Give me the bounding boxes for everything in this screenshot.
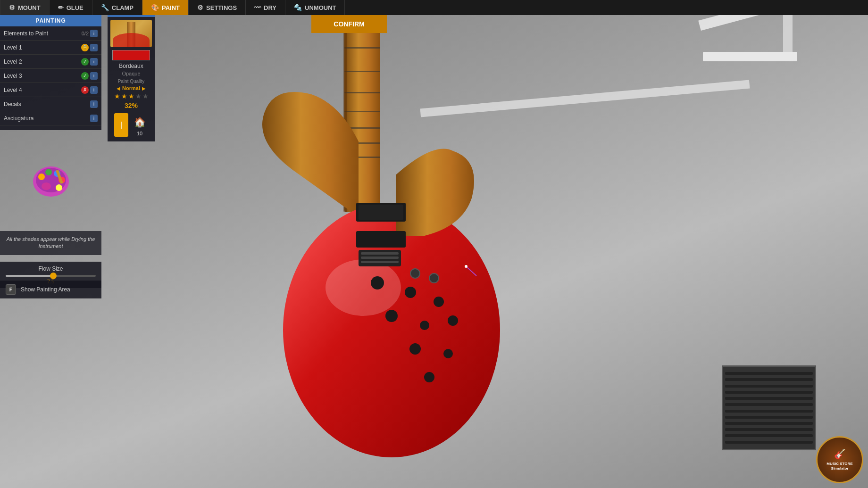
nav-unmount-label: UNMOUNT [305, 4, 336, 11]
level4-status: ✗ [81, 86, 89, 94]
svg-point-33 [38, 174, 45, 180]
level2-row: Level 2 ✓ i [0, 55, 101, 69]
brush-tool[interactable]: | [114, 113, 128, 137]
level1-info-icon[interactable]: i [90, 44, 98, 51]
flow-slider-thumb[interactable] [50, 273, 57, 279]
svg-point-30 [465, 265, 467, 268]
level3-info-icon[interactable]: i [90, 72, 98, 80]
star-4: ★ [135, 92, 142, 100]
level1-status: 🔒 [81, 44, 89, 51]
nav-unmount[interactable]: 🔩 UNMOUNT [285, 0, 345, 15]
color-swatch[interactable] [112, 50, 150, 60]
decals-info-icon[interactable]: i [90, 100, 98, 108]
svg-point-37 [56, 184, 62, 191]
opacity-label: Opaque [108, 71, 155, 76]
svg-rect-13 [361, 256, 399, 259]
spray-icon: 🏠 [131, 114, 148, 131]
svg-point-21 [385, 310, 398, 322]
nav-settings-label: SETTINGS [206, 4, 237, 11]
quality-next[interactable]: ▶ [142, 86, 146, 91]
level4-row: Level 4 ✗ i [0, 83, 101, 97]
star-1: ★ [114, 92, 120, 100]
left-panel: PAINTING Elements to Paint 0/2 i Level 1… [0, 15, 101, 130]
svg-point-19 [405, 287, 416, 298]
show-painting-label: Show Painting Area [21, 286, 70, 293]
level2-label: Level 2 [4, 58, 79, 65]
nav-paint-label: PAINT [162, 4, 180, 11]
palette-area [0, 156, 101, 203]
panel-title: PAINTING [0, 15, 101, 26]
asciugatura-info-icon[interactable]: i [90, 115, 98, 122]
level2-status: ✓ [81, 58, 89, 66]
game-logo: 🎸 MUSIC STORE Simulator [816, 436, 863, 483]
guitar-3d [160, 19, 585, 471]
stars-rating: ★ ★ ★ ★ ★ [108, 92, 155, 100]
level4-info-icon[interactable]: i [90, 86, 98, 94]
flow-size-label: Flow Size [6, 265, 96, 272]
confirm-label: CONFIRM [334, 20, 364, 28]
svg-point-23 [448, 315, 458, 326]
star-2: ★ [121, 92, 127, 100]
nav-mount-label: MOUNT [18, 4, 41, 11]
svg-point-18 [371, 276, 384, 289]
info-box: All the shades appear while Drying the I… [0, 231, 101, 255]
svg-rect-4 [344, 111, 380, 112]
level1-label: Level 1 [4, 44, 79, 51]
elements-to-paint-row: Elements to Paint 0/2 i [0, 26, 101, 41]
vent [722, 365, 816, 450]
svg-rect-12 [361, 252, 399, 255]
star-5: ★ [142, 92, 149, 100]
clamp-icon: 🔧 [101, 4, 109, 11]
svg-point-24 [409, 343, 421, 355]
svg-point-27 [410, 269, 420, 278]
level3-label: Level 3 [4, 73, 79, 79]
nav-paint[interactable]: 🎨 PAINT [142, 0, 189, 15]
level1-row: Level 1 🔒 i [0, 41, 101, 55]
color-quality-panel: Bordeaux Opaque Paint Quality ◀ Normal ▶… [108, 15, 155, 141]
svg-point-26 [424, 372, 434, 382]
mount-icon: ⚙ [9, 4, 15, 11]
paint-quality-header: Paint Quality [108, 79, 155, 84]
nav-mount[interactable]: ⚙ MOUNT [0, 0, 50, 15]
nav-dry-label: DRY [264, 4, 276, 11]
guitar-thumbnail[interactable] [110, 20, 152, 47]
nav-glue[interactable]: ✏ GLUE [50, 0, 92, 15]
confirm-button[interactable]: CONFIRM [311, 15, 387, 33]
nav-glue-label: GLUE [67, 4, 83, 11]
elements-info-icon[interactable]: i [90, 30, 98, 37]
asciugatura-label: Asciugatura [4, 115, 89, 122]
nav-clamp[interactable]: 🔧 CLAMP [92, 0, 142, 15]
elements-count: 0/2 [82, 31, 89, 36]
palette-icon [30, 160, 72, 198]
brush-icon: | [114, 113, 128, 137]
level4-label: Level 4 [4, 87, 79, 93]
quality-selector: ◀ Normal ▶ [108, 85, 155, 91]
logo-text-line1: MUSIC STORE [826, 462, 852, 466]
svg-rect-2 [344, 71, 380, 72]
nav-clamp-label: CLAMP [112, 4, 134, 11]
asciugatura-row: Asciugatura i [0, 111, 101, 125]
paint-icon: 🎨 [151, 4, 159, 11]
quality-prev[interactable]: ◀ [117, 86, 120, 91]
info-text: All the shades appear while Drying the I… [7, 236, 95, 249]
settings-icon: ⚙ [197, 4, 203, 11]
nav-dry[interactable]: 〰 DRY [246, 0, 285, 15]
level3-row: Level 3 ✓ i [0, 69, 101, 83]
svg-point-25 [443, 349, 453, 358]
paint-tools: | 🏠 10 [109, 113, 153, 137]
decals-label: Decals [4, 101, 89, 108]
decals-row: Decals i [0, 97, 101, 111]
glue-icon: ✏ [58, 4, 64, 11]
flow-slider[interactable] [6, 275, 96, 277]
svg-point-28 [429, 273, 439, 283]
svg-rect-16 [359, 205, 403, 220]
level2-info-icon[interactable]: i [90, 58, 98, 66]
quality-value: Normal [122, 85, 140, 91]
show-painting-toggle[interactable]: F Show Painting Area [0, 281, 101, 298]
nav-settings[interactable]: ⚙ SETTINGS [189, 0, 246, 15]
svg-rect-17 [356, 231, 406, 248]
color-panel-header [108, 15, 155, 17]
topbar: ⚙ MOUNT ✏ GLUE 🔧 CLAMP 🎨 PAINT ⚙ SETTING… [0, 0, 868, 15]
spray-tool[interactable]: 🏠 10 [131, 114, 148, 136]
svg-point-10 [326, 259, 401, 316]
